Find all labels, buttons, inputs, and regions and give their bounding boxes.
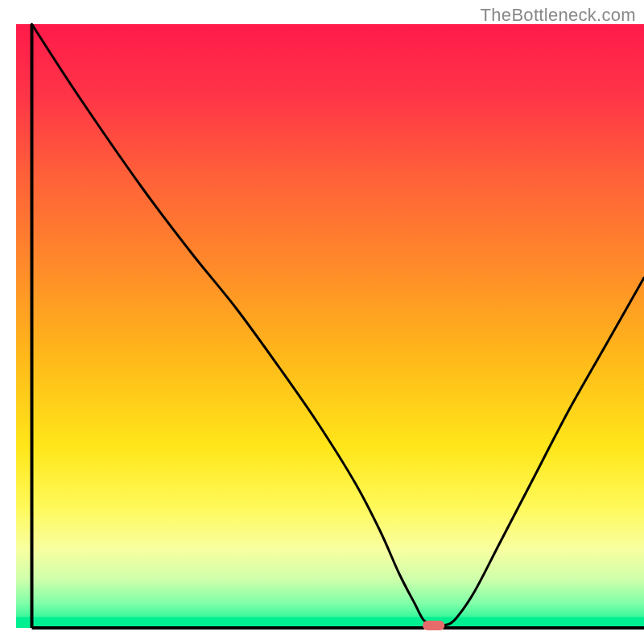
gradient-background: [16, 24, 644, 628]
bottom-band: [16, 617, 644, 629]
optimal-marker: [423, 621, 444, 630]
bottleneck-chart: TheBottleneck.com: [0, 0, 644, 644]
chart-canvas: [0, 0, 644, 644]
watermark-text: TheBottleneck.com: [481, 5, 636, 26]
